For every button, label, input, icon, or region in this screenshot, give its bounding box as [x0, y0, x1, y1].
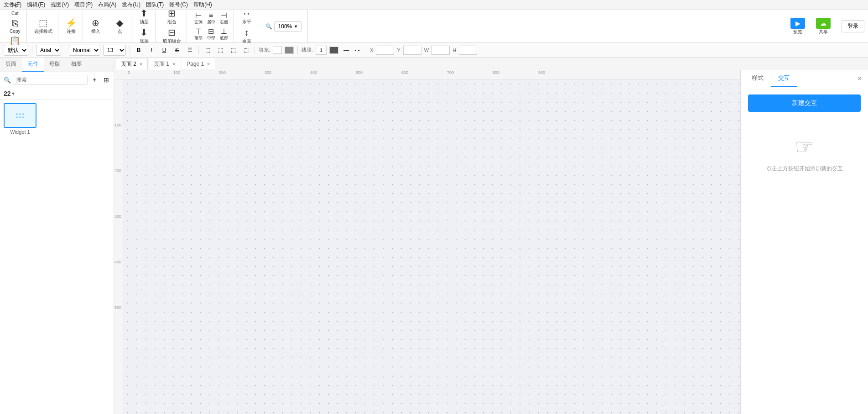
- menu-edit[interactable]: 编辑(E): [27, 1, 45, 9]
- align-center-button[interactable]: ≡ 居中: [205, 11, 217, 26]
- align-bottom-label: 底部: [220, 35, 228, 41]
- menu-project[interactable]: 项目(P): [74, 1, 93, 9]
- canvas-ruler-container: 0 100 200 300 400 500 600 700 800 900: [114, 70, 740, 414]
- copy-button[interactable]: ⎘ Copy: [8, 18, 22, 35]
- align-left-text-button[interactable]: ⬚: [203, 45, 213, 55]
- top-layer-label: 顶层: [140, 19, 149, 25]
- w-input[interactable]: [431, 46, 450, 55]
- canvas-main[interactable]: [123, 79, 740, 414]
- right-panel-close-button[interactable]: ✕: [855, 73, 864, 84]
- page-tab-2-close[interactable]: ✕: [139, 62, 143, 67]
- menu-layout[interactable]: 布局(A): [98, 1, 116, 9]
- share-button[interactable]: ☁ 共享: [812, 16, 834, 37]
- dashed-line-button[interactable]: - -: [352, 45, 362, 55]
- interaction-empty-state: ☞ 点击上方按钮开始添加新的交互: [766, 134, 843, 173]
- page-tab-page1[interactable]: Page 1 ✕: [182, 58, 215, 69]
- bottom-layer-icon: ⬇: [140, 28, 148, 37]
- sidebar-tab-masters[interactable]: 母版: [44, 58, 66, 72]
- line-color-picker[interactable]: [329, 47, 338, 54]
- align-center-text-button[interactable]: ⬚: [215, 45, 225, 55]
- add-component-button[interactable]: ＋: [89, 75, 99, 85]
- x-input[interactable]: [376, 46, 394, 55]
- page-tab-2-label: 页面 2: [121, 60, 136, 68]
- separator-7: [366, 46, 366, 54]
- point-button[interactable]: ◆ 点: [113, 17, 127, 36]
- font-size-select[interactable]: 13: [103, 45, 126, 56]
- connect-button[interactable]: ⚡ 连接: [64, 17, 79, 36]
- cursor-icon: ☞: [795, 134, 814, 159]
- align-middle-button[interactable]: ⊟ 中部: [205, 27, 217, 42]
- import-button[interactable]: ⊞: [101, 75, 111, 85]
- zoom-button[interactable]: 100% ▼: [274, 21, 302, 31]
- distribute-v-button[interactable]: ↕ 垂直: [239, 27, 254, 45]
- fill-color-picker2[interactable]: [285, 47, 294, 54]
- dot: [19, 116, 21, 118]
- share-label: 共享: [819, 29, 828, 35]
- font-style-select[interactable]: Normal: [69, 45, 100, 56]
- x-label: X: [370, 47, 373, 53]
- distribute-h-icon: ↔: [242, 9, 251, 18]
- copy-label: Copy: [10, 29, 20, 34]
- page-tab-1[interactable]: 页面 1 ✕: [149, 58, 181, 70]
- search-icon: 🔍: [4, 77, 11, 84]
- fill-color-picker[interactable]: [273, 47, 282, 54]
- separator-2: [65, 46, 65, 54]
- insert-label: 插入: [91, 28, 100, 35]
- line-style-options: — - -: [341, 45, 362, 55]
- underline-button[interactable]: U: [159, 45, 169, 55]
- align-justify-text-button[interactable]: ⬚: [241, 45, 251, 55]
- menu-help[interactable]: 帮助(H): [193, 1, 212, 9]
- right-panel-tab-interaction[interactable]: 交互: [771, 70, 797, 87]
- preview-button[interactable]: ▶ 预览: [787, 16, 809, 37]
- widget-item[interactable]: Widget 1: [4, 103, 36, 135]
- align-right-button[interactable]: ⊣ 右侧: [218, 11, 230, 26]
- list-button[interactable]: ☰: [185, 45, 195, 55]
- y-input[interactable]: [403, 46, 421, 55]
- ungroup-button[interactable]: ⊟ 取消组合: [161, 27, 183, 45]
- align-center-label: 居中: [207, 19, 215, 25]
- ruler-horizontal: 0 100 200 300 400 500 600 700 800 900: [123, 70, 740, 79]
- bottom-layer-label: 底层: [140, 38, 149, 44]
- page-tab-page1-close[interactable]: ✕: [207, 62, 210, 67]
- bottom-layer-button[interactable]: ⬇ 底层: [137, 27, 151, 45]
- sidebar-tab-pages[interactable]: 页面: [0, 58, 22, 72]
- distribute-h-button[interactable]: ↔ 水平: [239, 8, 254, 26]
- new-interaction-button[interactable]: 新建交互: [748, 94, 861, 112]
- page-tab-1-close[interactable]: ✕: [172, 62, 176, 67]
- connect-label: 连接: [67, 28, 76, 35]
- bold-button[interactable]: B: [134, 45, 144, 55]
- strikethrough-button[interactable]: S: [172, 45, 182, 55]
- select-mode-button[interactable]: ⬚ 选择模式: [32, 17, 54, 36]
- font-select[interactable]: Arial: [36, 45, 61, 56]
- menu-view[interactable]: 视图(V): [51, 1, 69, 9]
- canvas-content: 100 200 300 400 500: [114, 79, 740, 414]
- solid-line-button[interactable]: —: [341, 45, 351, 55]
- align-left-button[interactable]: ⊢ 左侧: [192, 11, 204, 26]
- ruler-corner: [114, 70, 123, 79]
- italic-button[interactable]: I: [146, 45, 156, 55]
- style-preset-select[interactable]: 默认: [4, 45, 28, 56]
- page-tab-2[interactable]: 页面 2 ✕: [116, 58, 148, 70]
- insert-section: ⊕ 插入: [85, 10, 107, 42]
- line-width-input[interactable]: [316, 46, 327, 55]
- ruler-v-ticks: 100 200 300 400 500: [114, 79, 123, 414]
- ruler-h-tick-800: 800: [493, 70, 499, 75]
- cut-button[interactable]: ✂ Cut: [8, 0, 22, 17]
- group-button[interactable]: ⊞ 组合: [165, 8, 179, 26]
- ruler-h-tick-900: 900: [538, 70, 545, 75]
- insert-button[interactable]: ⊕ 插入: [88, 17, 103, 36]
- ungroup-label: 取消组合: [163, 38, 181, 44]
- h-input[interactable]: [459, 46, 477, 55]
- toolbar: ✂ Cut ⎘ Copy 📋 Paste ⬚ 选择模式 ⚡ 连接 ⊕ 插入: [0, 10, 868, 43]
- align-top-button[interactable]: ⊤ 顶部: [192, 27, 204, 42]
- right-panel-tab-style[interactable]: 样式: [744, 70, 771, 87]
- sidebar-tab-components[interactable]: 元件: [22, 58, 44, 72]
- top-layer-button[interactable]: ⬆ 顶层: [137, 8, 151, 26]
- align-h-section: ⊢ 左侧 ≡ 居中 ⊣ 右侧 ⊤ 顶部 ⊟ 中部 ⊥ 底部: [189, 10, 234, 42]
- sidebar-tab-outline[interactable]: 概要: [66, 58, 88, 72]
- search-input[interactable]: [13, 75, 88, 85]
- login-button[interactable]: 登录: [842, 20, 864, 32]
- align-middle-icon: ⊟: [208, 28, 214, 35]
- align-bottom-button[interactable]: ⊥ 底部: [218, 27, 230, 42]
- align-right-text-button[interactable]: ⬚: [228, 45, 238, 55]
